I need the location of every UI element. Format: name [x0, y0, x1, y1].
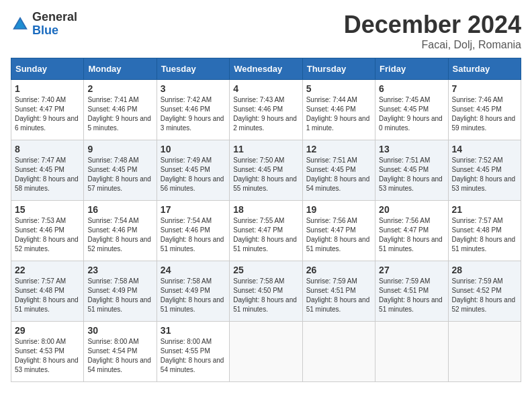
day-number: 10	[161, 144, 226, 154]
table-row: 22 Sunrise: 7:57 AM Sunset: 4:48 PM Dayl…	[11, 261, 84, 322]
day-number: 1	[15, 83, 80, 94]
table-row: 6 Sunrise: 7:45 AM Sunset: 4:45 PM Dayli…	[375, 80, 448, 140]
day-number: 7	[452, 83, 517, 94]
calendar-row: 29 Sunrise: 8:00 AM Sunset: 4:53 PM Dayl…	[11, 322, 521, 382]
table-row: 26 Sunrise: 7:59 AM Sunset: 4:51 PM Dayl…	[302, 261, 375, 322]
table-row: 24 Sunrise: 7:58 AM Sunset: 4:49 PM Dayl…	[157, 261, 229, 322]
day-number: 14	[452, 144, 517, 154]
col-sunday: Sunday	[11, 58, 84, 80]
calendar-row: 15 Sunrise: 7:53 AM Sunset: 4:46 PM Dayl…	[11, 201, 521, 261]
day-number: 4	[233, 83, 298, 94]
day-number: 28	[452, 265, 517, 275]
table-row: 4 Sunrise: 7:43 AM Sunset: 4:46 PM Dayli…	[230, 80, 302, 140]
header-row: Sunday Monday Tuesday Wednesday Thursday…	[11, 58, 521, 80]
table-row: 30 Sunrise: 8:00 AM Sunset: 4:54 PM Dayl…	[84, 322, 157, 382]
day-info: Sunrise: 7:57 AM Sunset: 4:48 PM Dayligh…	[452, 216, 517, 254]
table-row: 12 Sunrise: 7:51 AM Sunset: 4:45 PM Dayl…	[302, 140, 375, 201]
day-number: 31	[161, 325, 226, 336]
logo-blue: Blue	[32, 24, 77, 38]
table-row: 29 Sunrise: 8:00 AM Sunset: 4:53 PM Dayl…	[11, 322, 84, 382]
day-info: Sunrise: 7:46 AM Sunset: 4:45 PM Dayligh…	[452, 95, 517, 133]
day-info: Sunrise: 7:43 AM Sunset: 4:46 PM Dayligh…	[233, 95, 298, 133]
calendar-row: 22 Sunrise: 7:57 AM Sunset: 4:48 PM Dayl…	[11, 261, 521, 322]
table-row: 10 Sunrise: 7:49 AM Sunset: 4:45 PM Dayl…	[157, 140, 229, 201]
logo: General Blue	[11, 11, 77, 38]
day-info: Sunrise: 8:00 AM Sunset: 4:54 PM Dayligh…	[87, 337, 152, 375]
table-row: 7 Sunrise: 7:46 AM Sunset: 4:45 PM Dayli…	[448, 80, 521, 140]
day-info: Sunrise: 7:42 AM Sunset: 4:46 PM Dayligh…	[161, 95, 226, 133]
logo-icon	[11, 15, 30, 34]
calendar-row: 8 Sunrise: 7:47 AM Sunset: 4:45 PM Dayli…	[11, 140, 521, 201]
table-row: 13 Sunrise: 7:51 AM Sunset: 4:45 PM Dayl…	[375, 140, 448, 201]
day-info: Sunrise: 7:51 AM Sunset: 4:45 PM Dayligh…	[379, 156, 444, 193]
table-row: 2 Sunrise: 7:41 AM Sunset: 4:46 PM Dayli…	[84, 80, 157, 140]
col-thursday: Thursday	[302, 58, 375, 80]
day-number: 9	[87, 144, 152, 154]
day-number: 26	[306, 265, 371, 275]
day-number: 6	[379, 83, 444, 94]
col-friday: Friday	[375, 58, 448, 80]
day-number: 29	[15, 325, 80, 336]
header: General Blue December 2024 Facai, Dolj, …	[11, 11, 521, 51]
day-number: 22	[15, 265, 80, 275]
col-saturday: Saturday	[448, 58, 521, 80]
day-number: 21	[452, 204, 517, 215]
table-row	[302, 322, 375, 382]
day-info: Sunrise: 7:58 AM Sunset: 4:50 PM Dayligh…	[233, 277, 298, 314]
day-info: Sunrise: 7:54 AM Sunset: 4:46 PM Dayligh…	[161, 216, 226, 254]
day-number: 11	[233, 144, 298, 154]
table-row: 19 Sunrise: 7:56 AM Sunset: 4:47 PM Dayl…	[302, 201, 375, 261]
day-number: 3	[161, 83, 226, 94]
day-info: Sunrise: 8:00 AM Sunset: 4:55 PM Dayligh…	[161, 337, 226, 375]
day-info: Sunrise: 7:52 AM Sunset: 4:45 PM Dayligh…	[452, 156, 517, 193]
day-info: Sunrise: 7:56 AM Sunset: 4:47 PM Dayligh…	[306, 216, 371, 254]
table-row: 25 Sunrise: 7:58 AM Sunset: 4:50 PM Dayl…	[230, 261, 302, 322]
day-number: 19	[306, 204, 371, 215]
day-number: 12	[306, 144, 371, 154]
day-number: 25	[233, 265, 298, 275]
day-info: Sunrise: 7:58 AM Sunset: 4:49 PM Dayligh…	[87, 277, 152, 314]
table-row: 21 Sunrise: 7:57 AM Sunset: 4:48 PM Dayl…	[448, 201, 521, 261]
table-row: 11 Sunrise: 7:50 AM Sunset: 4:45 PM Dayl…	[230, 140, 302, 201]
day-info: Sunrise: 7:58 AM Sunset: 4:49 PM Dayligh…	[161, 277, 226, 314]
day-number: 23	[87, 265, 152, 275]
day-info: Sunrise: 7:40 AM Sunset: 4:47 PM Dayligh…	[15, 95, 80, 133]
day-number: 5	[306, 83, 371, 94]
day-info: Sunrise: 7:59 AM Sunset: 4:51 PM Dayligh…	[379, 277, 444, 314]
table-row: 3 Sunrise: 7:42 AM Sunset: 4:46 PM Dayli…	[157, 80, 229, 140]
day-number: 2	[87, 83, 152, 94]
day-info: Sunrise: 7:49 AM Sunset: 4:45 PM Dayligh…	[161, 156, 226, 193]
table-row	[230, 322, 302, 382]
table-row: 14 Sunrise: 7:52 AM Sunset: 4:45 PM Dayl…	[448, 140, 521, 201]
day-number: 30	[87, 325, 152, 336]
day-number: 18	[233, 204, 298, 215]
day-number: 17	[161, 204, 226, 215]
table-row: 8 Sunrise: 7:47 AM Sunset: 4:45 PM Dayli…	[11, 140, 84, 201]
day-info: Sunrise: 7:47 AM Sunset: 4:45 PM Dayligh…	[15, 156, 80, 193]
day-number: 8	[15, 144, 80, 154]
table-row: 5 Sunrise: 7:44 AM Sunset: 4:46 PM Dayli…	[302, 80, 375, 140]
location-title: Facai, Dolj, Romania	[344, 39, 521, 51]
table-row: 20 Sunrise: 7:56 AM Sunset: 4:47 PM Dayl…	[375, 201, 448, 261]
day-info: Sunrise: 7:56 AM Sunset: 4:47 PM Dayligh…	[379, 216, 444, 254]
day-info: Sunrise: 7:44 AM Sunset: 4:46 PM Dayligh…	[306, 95, 371, 133]
day-info: Sunrise: 7:51 AM Sunset: 4:45 PM Dayligh…	[306, 156, 371, 193]
day-number: 13	[379, 144, 444, 154]
table-row: 23 Sunrise: 7:58 AM Sunset: 4:49 PM Dayl…	[84, 261, 157, 322]
table-row	[375, 322, 448, 382]
day-number: 15	[15, 204, 80, 215]
calendar-row: 1 Sunrise: 7:40 AM Sunset: 4:47 PM Dayli…	[11, 80, 521, 140]
table-row: 1 Sunrise: 7:40 AM Sunset: 4:47 PM Dayli…	[11, 80, 84, 140]
day-info: Sunrise: 7:54 AM Sunset: 4:46 PM Dayligh…	[87, 216, 152, 254]
month-title: December 2024	[344, 11, 521, 39]
day-number: 24	[161, 265, 226, 275]
day-info: Sunrise: 7:59 AM Sunset: 4:51 PM Dayligh…	[306, 277, 371, 314]
col-monday: Monday	[84, 58, 157, 80]
logo-text: General Blue	[32, 11, 77, 38]
day-number: 16	[87, 204, 152, 215]
day-number: 20	[379, 204, 444, 215]
day-info: Sunrise: 7:45 AM Sunset: 4:45 PM Dayligh…	[379, 95, 444, 133]
day-info: Sunrise: 7:41 AM Sunset: 4:46 PM Dayligh…	[87, 95, 152, 133]
day-number: 27	[379, 265, 444, 275]
table-row: 31 Sunrise: 8:00 AM Sunset: 4:55 PM Dayl…	[157, 322, 229, 382]
